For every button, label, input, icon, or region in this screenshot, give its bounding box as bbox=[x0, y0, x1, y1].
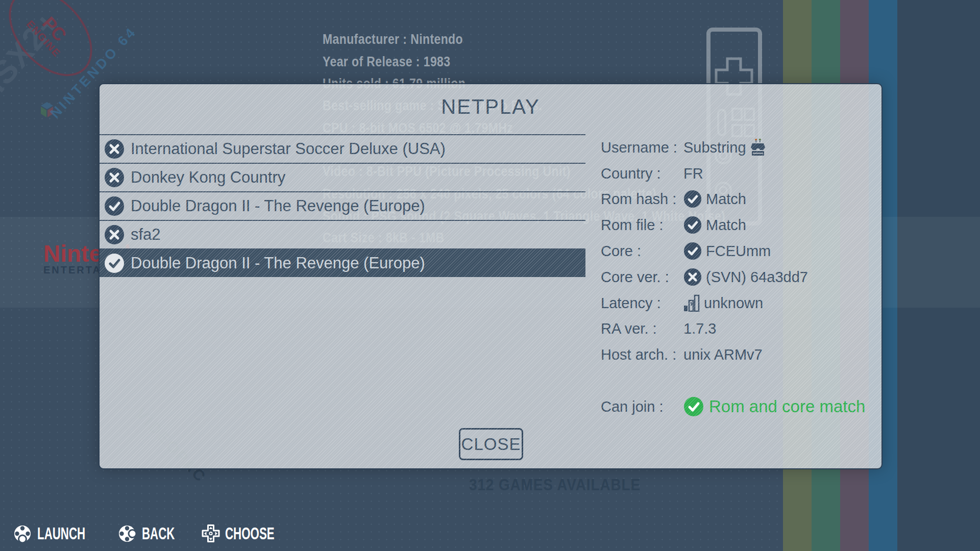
detail-value: Match bbox=[706, 217, 746, 234]
cross-icon bbox=[104, 167, 125, 188]
detail-row-rom-file: Rom file : Match bbox=[601, 214, 746, 236]
detail-label: Username : bbox=[601, 139, 683, 156]
check-icon bbox=[683, 242, 702, 260]
check-icon bbox=[104, 253, 125, 273]
check-icon bbox=[683, 216, 702, 234]
detail-value: unix ARMv7 bbox=[683, 346, 763, 363]
detail-label: Rom hash : bbox=[601, 191, 683, 208]
detail-row-ra-version: RA ver. : 1.7.3 bbox=[601, 317, 717, 340]
detail-row-country: Country : FR bbox=[601, 162, 703, 185]
detail-value: Substring bbox=[683, 139, 746, 156]
cross-icon bbox=[104, 139, 125, 159]
room-name: International Superstar Soccer Deluxe (U… bbox=[131, 140, 446, 158]
help-item-back: BACK bbox=[117, 523, 188, 544]
check-icon bbox=[104, 196, 125, 216]
room-row[interactable]: Double Dragon II - The Revenge (Europe) bbox=[100, 191, 585, 220]
retroarch-logo-icon bbox=[750, 139, 766, 156]
room-name: Double Dragon II - The Revenge (Europe) bbox=[131, 197, 425, 215]
detail-value: (SVN) 64a3dd7 bbox=[706, 269, 808, 286]
can-join-label: Can join : bbox=[601, 398, 683, 415]
detail-label: Core ver. : bbox=[601, 269, 683, 286]
room-name: sfa2 bbox=[131, 226, 161, 244]
gamepad-a-button-icon bbox=[13, 523, 33, 544]
detail-value: FCEUmm bbox=[706, 243, 771, 260]
detail-row-latency: Latency : unknown bbox=[601, 292, 763, 314]
check-icon bbox=[683, 190, 702, 208]
detail-label: Rom file : bbox=[601, 217, 683, 234]
room-row[interactable]: International Superstar Soccer Deluxe (U… bbox=[100, 134, 585, 163]
can-join-row: Can join : Rom and core match bbox=[601, 394, 865, 419]
help-item-launch: LAUNCH bbox=[13, 523, 104, 544]
detail-row-core: Core : FCEUmm bbox=[601, 240, 771, 262]
dialog-title: NETPLAY bbox=[100, 95, 881, 118]
room-name: Donkey Kong Country bbox=[131, 168, 285, 187]
help-label-launch: LAUNCH bbox=[37, 524, 85, 543]
close-button[interactable]: CLOSE bbox=[459, 428, 523, 460]
info-line-manufacturer: Manufacturer : Nintendo bbox=[323, 32, 463, 47]
detail-row-rom-hash: Rom hash : Match bbox=[601, 188, 746, 210]
room-row-selected[interactable]: Double Dragon II - The Revenge (Europe) bbox=[100, 248, 585, 277]
room-row[interactable]: Donkey Kong Country bbox=[100, 163, 585, 191]
detail-value: unknown bbox=[704, 295, 763, 312]
detail-row-host-arch: Host arch. : unix ARMv7 bbox=[601, 343, 763, 366]
detail-label: Host arch. : bbox=[601, 346, 683, 363]
detail-row-username: Username : Substring bbox=[601, 136, 766, 159]
help-label-back: BACK bbox=[142, 524, 175, 543]
can-join-value: Rom and core match bbox=[709, 397, 865, 416]
info-line-year: Year of Release : 1983 bbox=[323, 54, 450, 70]
detail-label: Latency : bbox=[601, 295, 683, 312]
detail-value: FR bbox=[683, 165, 703, 182]
room-row[interactable]: sfa2 bbox=[100, 220, 585, 248]
room-name: Double Dragon II - The Revenge (Europe) bbox=[131, 254, 425, 272]
detail-value: 1.7.3 bbox=[683, 320, 717, 337]
detail-label: RA ver. : bbox=[601, 320, 683, 337]
games-available-count: 312 GAMES AVAILABLE bbox=[463, 476, 647, 494]
netplay-room-list: International Superstar Soccer Deluxe (U… bbox=[100, 134, 585, 277]
help-label-choose: CHOOSE bbox=[225, 524, 275, 543]
latency-bars-icon bbox=[683, 294, 700, 312]
detail-label: Core : bbox=[601, 243, 683, 260]
detail-value: Match bbox=[706, 191, 746, 208]
help-bar: LAUNCH BACK CHOOSE bbox=[13, 523, 294, 544]
gamepad-b-button-icon bbox=[117, 523, 138, 544]
netplay-dialog: NETPLAY International Superstar Soccer D… bbox=[99, 83, 883, 469]
detail-label: Country : bbox=[601, 165, 683, 182]
cross-icon bbox=[683, 268, 702, 286]
green-check-icon bbox=[683, 396, 704, 417]
cross-icon bbox=[104, 224, 125, 245]
dpad-icon bbox=[201, 523, 221, 544]
help-item-choose: CHOOSE bbox=[201, 523, 293, 544]
detail-row-core-version: Core ver. : (SVN) 64a3dd7 bbox=[601, 266, 808, 288]
